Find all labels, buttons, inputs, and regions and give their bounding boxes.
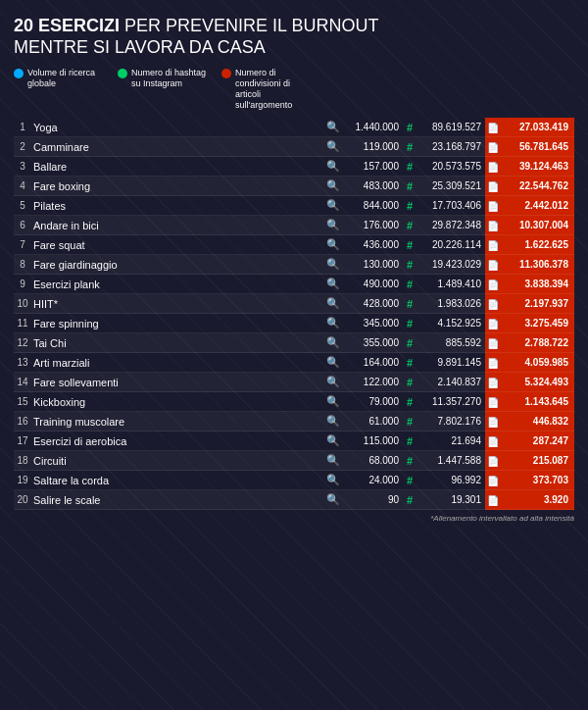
search-icon: 🔍 (326, 415, 340, 427)
hash-icon: # (407, 318, 413, 330)
hashtag-value: 9.891.145 (416, 353, 485, 373)
search-icon-cell: 🔍 (324, 490, 342, 510)
search-icon: 🔍 (326, 278, 340, 289)
search-icon: 🔍 (326, 258, 340, 270)
hash-icon: # (407, 161, 413, 173)
table-row: 2 Camminare 🔍 119.000 # 23.168.797 📄 56.… (14, 137, 574, 157)
row-num: 19 (14, 471, 31, 490)
table-row: 7 Fare squat 🔍 436.000 # 20.226.114 📄 1.… (14, 235, 574, 255)
search-icon-cell: 🔍 (324, 412, 342, 431)
hash-icon-cell: # (403, 157, 416, 177)
share-icon-cell: 📄 (485, 333, 501, 353)
hash-icon: # (407, 200, 413, 212)
share-icon-cell: 📄 (485, 196, 501, 216)
volume-value: 90 (342, 490, 403, 510)
search-icon-cell: 🔍 (324, 294, 342, 314)
row-num: 8 (14, 255, 31, 275)
row-num: 13 (14, 353, 31, 373)
exercise-name: Saltare la corda (31, 471, 324, 490)
share-icon-cell: 📄 (485, 353, 501, 373)
legend-item-shares: Numero di condivisioni di articoli sull'… (221, 68, 314, 110)
hash-icon-cell: # (403, 216, 416, 235)
hash-icon: # (407, 259, 413, 271)
table-row: 15 Kickboxing 🔍 79.000 # 11.357.270 📄 1.… (14, 392, 574, 412)
legend-item-hashtag: Numero di hashtag su Instagram (118, 68, 210, 110)
volume-value: 122.000 (342, 373, 403, 392)
shares-value: 11.306.378 (501, 255, 574, 275)
shares-value: 39.124.463 (501, 157, 574, 177)
legend-item-volume: Volume di ricerca globale (14, 68, 106, 110)
volume-value: 844.000 (342, 196, 403, 216)
search-icon-cell: 🔍 (324, 471, 342, 490)
hash-icon: # (407, 337, 413, 349)
search-icon-cell: 🔍 (324, 118, 342, 137)
share-icon-cell: 📄 (485, 255, 501, 275)
row-num: 14 (14, 373, 31, 392)
exercise-name: Andare in bici (31, 216, 324, 235)
share-icon: 📄 (487, 181, 499, 192)
volume-value: 436.000 (342, 235, 403, 255)
legend-label-hashtag: Numero di hashtag su Instagram (131, 68, 210, 89)
share-icon: 📄 (487, 397, 499, 408)
row-num: 20 (14, 490, 31, 510)
shares-value: 4.059.985 (501, 353, 574, 373)
volume-value: 345.000 (342, 314, 403, 333)
shares-value: 1.143.645 (501, 392, 574, 412)
share-icon-cell: 📄 (485, 314, 501, 333)
hashtag-value: 21.694 (416, 431, 485, 451)
search-icon: 🔍 (326, 434, 340, 446)
volume-value: 176.000 (342, 216, 403, 235)
table-row: 8 Fare giardinaggio 🔍 130.000 # 19.423.0… (14, 255, 574, 275)
exercise-name: Fare giardinaggio (31, 255, 324, 275)
search-icon: 🔍 (326, 454, 340, 466)
search-icon: 🔍 (326, 219, 340, 230)
table-row: 12 Tai Chi 🔍 355.000 # 885.592 📄 2.788.7… (14, 333, 574, 353)
hash-icon-cell: # (403, 392, 416, 412)
table-row: 10 HIIT* 🔍 428.000 # 1.983.026 📄 2.197.9… (14, 294, 574, 314)
hashtag-value: 25.309.521 (416, 177, 485, 196)
search-icon-cell: 🔍 (324, 216, 342, 235)
footnote: *Allenamento intervallato ad alta intens… (14, 514, 574, 523)
volume-value: 24.000 (342, 471, 403, 490)
search-icon: 🔍 (326, 121, 340, 132)
search-icon: 🔍 (326, 493, 340, 505)
share-icon: 📄 (487, 279, 499, 290)
search-icon: 🔍 (326, 395, 340, 407)
search-icon-cell: 🔍 (324, 275, 342, 294)
row-num: 6 (14, 216, 31, 235)
shares-value: 22.544.762 (501, 177, 574, 196)
legend-dot-red (221, 69, 231, 78)
hash-icon-cell: # (403, 333, 416, 353)
share-icon: 📄 (487, 495, 499, 506)
row-num: 4 (14, 177, 31, 196)
shares-value: 1.622.625 (501, 235, 574, 255)
shares-value: 3.838.394 (501, 275, 574, 294)
share-icon: 📄 (487, 201, 499, 212)
hash-icon-cell: # (403, 255, 416, 275)
volume-value: 164.000 (342, 353, 403, 373)
hashtag-value: 20.573.575 (416, 157, 485, 177)
hash-icon-cell: # (403, 235, 416, 255)
legend-label-volume: Volume di ricerca globale (27, 68, 106, 89)
hash-icon-cell: # (403, 471, 416, 490)
volume-value: 483.000 (342, 177, 403, 196)
search-icon: 🔍 (326, 336, 340, 348)
exercise-name: Esercizi plank (31, 275, 324, 294)
row-num: 11 (14, 314, 31, 333)
search-icon: 🔍 (326, 297, 340, 309)
table-row: 18 Circuiti 🔍 68.000 # 1.447.588 📄 215.0… (14, 451, 574, 471)
share-icon-cell: 📄 (485, 275, 501, 294)
hash-icon-cell: # (403, 490, 416, 510)
table-row: 5 Pilates 🔍 844.000 # 17.703.406 📄 2.442… (14, 196, 574, 216)
hash-icon: # (407, 141, 413, 153)
exercise-table: 1 Yoga 🔍 1.440.000 # 89.619.527 📄 27.033… (14, 118, 574, 510)
table-row: 14 Fare sollevamenti 🔍 122.000 # 2.140.8… (14, 373, 574, 392)
exercise-name: Yoga (31, 118, 324, 137)
share-icon: 📄 (487, 162, 499, 173)
row-num: 15 (14, 392, 31, 412)
search-icon-cell: 🔍 (324, 373, 342, 392)
hashtag-value: 89.619.527 (416, 118, 485, 137)
share-icon: 📄 (487, 378, 499, 388)
share-icon: 📄 (487, 476, 499, 486)
share-icon-cell: 📄 (485, 216, 501, 235)
